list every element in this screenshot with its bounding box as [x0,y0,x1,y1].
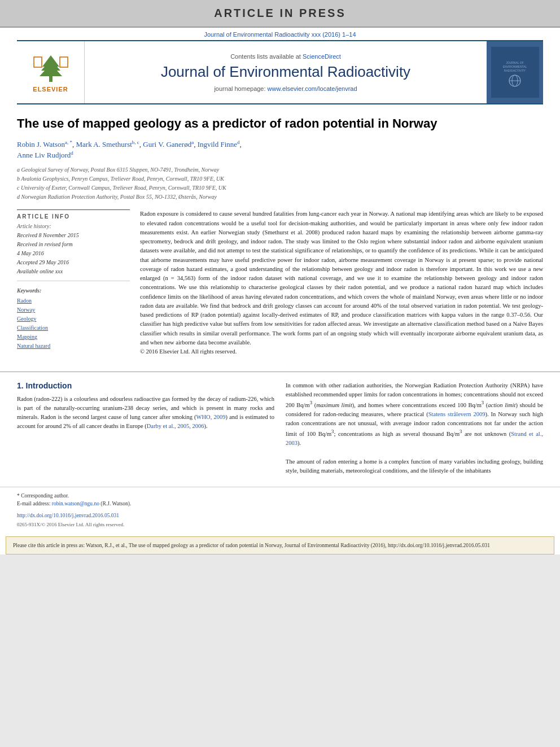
article-info-section: ARTICLE INFO Article history: Received 8… [17,209,130,351]
abstract-text: Radon exposure is considered to cause se… [140,209,543,347]
intro-right-text: In common with other radiation authoriti… [286,381,543,476]
history-revised-label: Received in revised form [17,240,130,249]
journal-logo-box: JOURNAL OF ENVIRONMENTAL RADIOACTIVITY [491,47,539,98]
page-wrapper: ARTICLE IN PRESS Journal of Environmenta… [0,0,560,554]
history-available: Available online xxx [17,267,130,276]
section-title-text: Introduction [26,381,72,390]
banner-text: ARTICLE IN PRESS [214,7,346,19]
doi-link[interactable]: http://dx.doi.org/10.1016/j.jenvrad.2016… [17,513,119,518]
section-divider [0,372,560,372]
introduction-section: 1. Introduction Radon (radon-222) is a c… [0,381,560,476]
article-info-col: ARTICLE INFO Article history: Received 8… [17,209,130,356]
section-number: 1. [17,381,24,390]
author-watson[interactable]: Robin J. Watson [17,140,65,148]
author-smethurst[interactable]: Mark A. Smethurst [76,140,132,148]
author-rudjord[interactable]: Anne Liv Rudjord [17,151,71,160]
darby-link[interactable]: Darby et al., 2005, 2006 [147,423,204,429]
history-accepted: Accepted 29 May 2016 [17,258,130,267]
history-revised-date: 4 May 2016 [17,249,130,258]
corresponding-label: * Corresponding author. [17,493,69,499]
keyword-mapping[interactable]: Mapping [17,333,130,342]
article-history: Article history: Received 8 November 201… [17,222,130,281]
article-info-abstract-cols: ARTICLE INFO Article history: Received 8… [17,209,543,356]
homepage-label: journal homepage: [214,85,265,92]
intro-left-col: 1. Introduction Radon (radon-222) is a c… [17,381,274,476]
citation-text: Please cite this article in press as: Wa… [13,543,490,548]
keywords-title: Keywords: [17,286,130,295]
strand-link[interactable]: Strand et al., 2003 [286,431,543,446]
keyword-radon[interactable]: Radon [17,296,130,305]
author-finne[interactable]: Ingvild Finne [198,140,237,148]
contents-label: Contents lists available at [230,53,301,60]
journal-info-line: Journal of Environmental Radioactivity x… [0,28,560,40]
section-title: 1. Introduction [17,381,274,390]
author-email[interactable]: robin.watson@ngu.no [52,501,99,506]
article-title: The use of mapped geology as a predictor… [17,116,543,132]
svg-text:JOURNAL OF: JOURNAL OF [506,61,523,64]
journal-logo-icon: JOURNAL OF ENVIRONMENTAL RADIOACTIVITY [498,57,532,88]
abstract-col: Radon exposure is considered to cause se… [140,209,543,356]
history-title: Article history: [17,222,130,231]
footnote-area: * Corresponding author. E-mail address: … [0,487,560,510]
svg-text:RADIOACTIVITY: RADIOACTIVITY [504,69,526,72]
history-received: Received 8 November 2015 [17,231,130,240]
svg-rect-5 [60,57,68,67]
svg-rect-4 [34,57,42,67]
article-info-section-title: ARTICLE INFO [17,210,130,222]
elsevier-tree-icon [31,53,71,84]
citation-banner: Please cite this article in press as: Wa… [6,536,554,554]
affiliation-b: b Avalonia Geophysics, Penryn Campus, Tr… [17,174,543,184]
doi-line: http://dx.doi.org/10.1016/j.jenvrad.2016… [0,510,560,521]
homepage-url[interactable]: www.elsevier.com/locate/jenvrad [268,85,357,92]
affiliation-d: d Norwegian Radiation Protection Authori… [17,193,543,202]
article-in-press-banner: ARTICLE IN PRESS [0,0,560,28]
email-suffix: (R.J. Watson). [100,501,131,506]
sciencedirect-link[interactable]: ScienceDirect [303,53,341,60]
corresponding-author-note: * Corresponding author. [17,492,543,500]
header-center: Contents lists available at ScienceDirec… [85,41,487,103]
affiliations-block: a Geological Survey of Norway, Postal Bo… [17,165,543,202]
journal-info-text: Journal of Environmental Radioactivity x… [204,31,356,38]
header-box: ELSEVIER Contents lists available at Sci… [17,40,543,104]
svg-text:ENVIRONMENTAL: ENVIRONMENTAL [503,65,527,68]
journal-title: Journal of Environmental Radioactivity [161,63,410,81]
statens-link[interactable]: Statens strålevern 2009 [428,411,485,417]
email-label: E-mail address: [17,501,50,506]
keyword-natural-hazard[interactable]: Natural hazard [17,342,130,351]
journal-logo-right: JOURNAL OF ENVIRONMENTAL RADIOACTIVITY [487,41,543,103]
who-link[interactable]: WHO, 2009 [196,414,226,420]
elsevier-label: ELSEVIER [33,86,68,93]
intro-right-col: In common with other radiation authoriti… [286,381,543,476]
homepage-line: journal homepage: www.elsevier.com/locat… [214,85,357,92]
keyword-norway[interactable]: Norway [17,305,130,314]
authors-line: Robin J. Watsona, *, Mark A. Smethurstb,… [17,139,543,161]
elsevier-logo-area: ELSEVIER [17,41,85,103]
copyright-bottom: 0265-931X/© 2016 Elsevier Ltd. All right… [0,521,560,532]
keyword-geology[interactable]: Geology [17,314,130,324]
sciencedirect-line: Contents lists available at ScienceDirec… [230,53,341,60]
affiliation-a: a Geological Survey of Norway, Postal Bo… [17,165,543,174]
email-note: E-mail address: robin.watson@ngu.no (R.J… [17,500,543,508]
author-ganerod[interactable]: Guri V. Ganerød [143,140,191,148]
abstract-copyright: © 2016 Elsevier Ltd. All rights reserved… [140,347,543,356]
intro-left-text: Radon (radon-222) is a colourless and od… [17,395,274,431]
keywords-section: Keywords: Radon Norway Geology Classific… [17,286,130,351]
article-content-area: The use of mapped geology as a predictor… [0,104,560,362]
keyword-classification[interactable]: Classification [17,324,130,333]
affiliation-c: c University of Exeter, Cornwall Campus,… [17,184,543,193]
